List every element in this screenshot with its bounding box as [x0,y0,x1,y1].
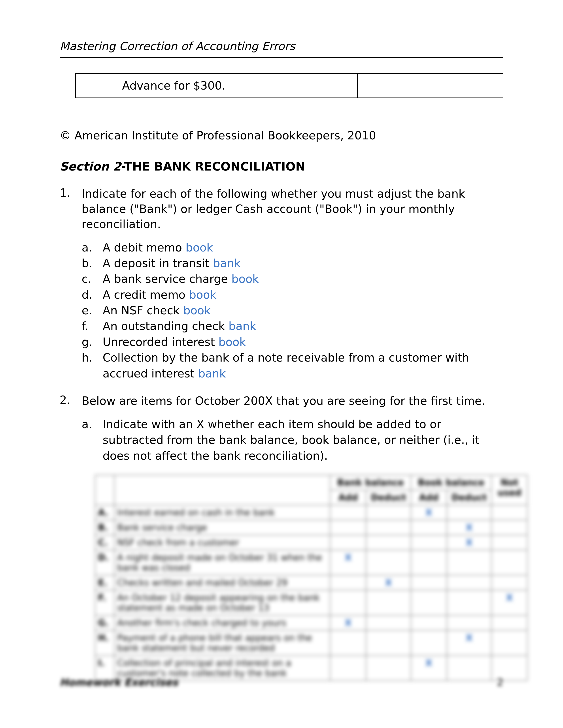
row-book-deduct [447,575,492,590]
row-not-used [492,535,527,550]
row-book-add [411,575,447,590]
advance-table: Advance for $300. [75,73,503,98]
footer-right: 2 [497,676,503,688]
row-book-deduct [447,550,492,575]
row-desc: Payment of a phone bill that appears on … [114,630,330,655]
q1-item-answer: book [231,272,259,285]
row-not-used [492,550,527,575]
row-label: A. [95,505,114,520]
q1-item-letter: e. [82,303,92,318]
copyright-line: © American Institute of Professional Boo… [60,129,503,142]
row-label: C. [95,535,114,550]
q1-number: 1. [60,186,70,199]
th-book-balance: Book balance [411,475,492,490]
q1-item-answer: book [186,241,213,254]
row-not-used [492,505,527,520]
q2a-letter: a. [82,417,92,432]
row-desc: A night deposit made on October 31 when … [114,550,330,575]
table-row: B.Bank service chargeX [95,520,527,535]
row-book-add: X [411,505,447,520]
q2a: a. Indicate with an X whether each item … [82,417,503,464]
section-lead: Section 2 [60,160,121,173]
row-desc: Checks written and mailed October 29 [114,575,330,590]
row-not-used [492,520,527,535]
q1-item-letter: b. [82,255,92,271]
question-list: 1. Indicate for each of the following wh… [60,186,503,681]
q1-item: h.Collection by the bank of a note recei… [82,350,503,381]
row-bank-deduct [366,505,411,520]
row-bank-deduct: X [366,575,411,590]
row-desc: NSF check from a customer [114,535,330,550]
row-label: H. [95,630,114,655]
row-label: E. [95,575,114,590]
q2a-text: Indicate with an X whether each item sho… [103,418,480,462]
row-book-add [411,630,447,655]
q1-item-text: Collection by the bank of a note receiva… [103,351,469,380]
table-row: A.Interest earned on cash in the bankX [95,505,527,520]
row-bank-add: X [330,615,366,630]
footer-left: Homework Exercises [60,676,178,688]
row-desc: Interest earned on cash in the bank [114,505,330,520]
table-row: G.Another firm's check charged to yoursX [95,615,527,630]
q1-item-letter: a. [82,240,92,255]
row-desc: Bank service charge [114,520,330,535]
q1-sublist: a.A debit memo bookb.A deposit in transi… [82,240,503,382]
row-book-add [411,535,447,550]
row-book-deduct: X [447,535,492,550]
row-bank-add [330,590,366,615]
blurred-table: Bank balance Book balance Not used Add D… [95,475,528,681]
question-2: 2. Below are items for October 200X that… [60,394,503,681]
th-bank-deduct: Deduct [366,490,411,505]
blurred-table-wrap: Bank balance Book balance Not used Add D… [95,475,528,681]
page-footer: Homework Exercises 2 [60,676,503,688]
q2-text: Below are items for October 200X that yo… [82,394,503,409]
q1-item-letter: d. [82,287,92,303]
section-main: -THE BANK RECONCILIATION [121,160,305,173]
row-bank-add [330,535,366,550]
table-row: F.An October 12 deposit appearing on the… [95,590,527,615]
q1-item-text: A deposit in transit [103,257,213,270]
q1-item-letter: g. [82,334,92,350]
q2-sublist: a. Indicate with an X whether each item … [82,417,503,464]
q1-item-text: An outstanding check [103,320,228,333]
q1-item: c.A bank service charge book [82,271,503,287]
row-not-used [492,630,527,655]
th-book-add: Add [411,490,447,505]
table-row: H.Payment of a phone bill that appears o… [95,630,527,655]
row-book-deduct: X [447,520,492,535]
row-bank-add [330,505,366,520]
q1-item-answer: book [189,288,216,301]
q1-item: b.A deposit in transit bank [82,255,503,271]
row-book-deduct: X [447,630,492,655]
row-bank-deduct [366,590,411,615]
row-desc: Another firm's check charged to yours [114,615,330,630]
q1-item-answer: book [218,336,246,349]
q1-item-text: A bank service charge [103,272,231,285]
row-not-used: X [492,590,527,615]
q1-item-answer: bank [213,257,241,270]
th-bank-add: Add [330,490,366,505]
row-bank-deduct [366,615,411,630]
th-bank-balance: Bank balance [330,475,411,490]
q1-item-letter: f. [82,318,88,334]
q1-item: a.A debit memo book [82,240,503,255]
q1-item-letter: c. [82,271,91,287]
advance-left-cell: Advance for $300. [75,74,358,98]
row-bank-add: X [330,550,366,575]
row-book-add [411,615,447,630]
row-desc: An October 12 deposit appearing on the b… [114,590,330,615]
q1-item: e.An NSF check book [82,303,503,318]
row-bank-deduct [366,535,411,550]
row-book-deduct [447,590,492,615]
th-not-used: Not used [492,475,527,505]
table-row: C.NSF check from a customerX [95,535,527,550]
row-book-add [411,520,447,535]
q1-item-answer: bank [198,367,226,380]
q1-item-text: An NSF check [103,304,183,317]
q2-number: 2. [60,394,70,407]
row-not-used [492,575,527,590]
table-row: E.Checks written and mailed October 29X [95,575,527,590]
q1-item: f.An outstanding check bank [82,318,503,334]
q1-item-text: A credit memo [103,288,189,301]
row-bank-deduct [366,630,411,655]
